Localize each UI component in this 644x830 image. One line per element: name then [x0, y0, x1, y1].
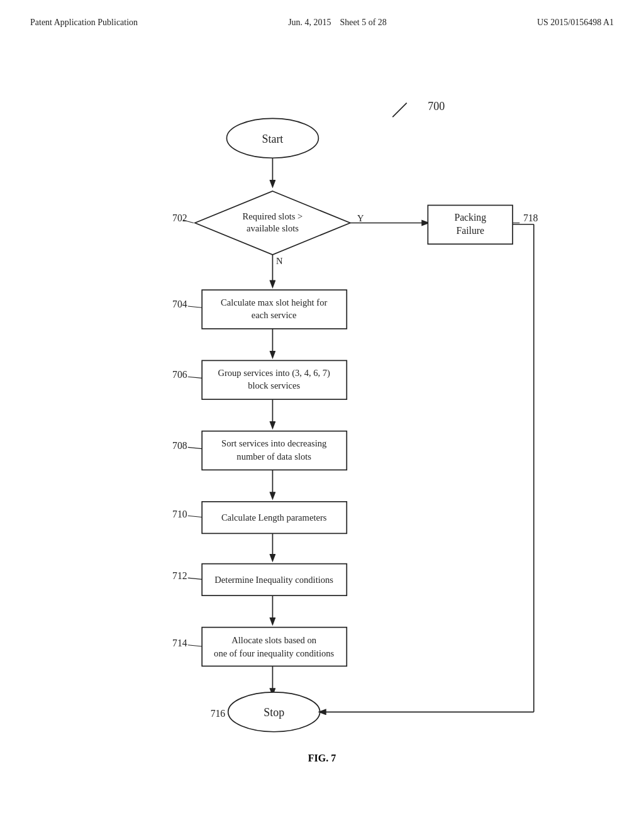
header-right: US 2015/0156498 A1	[537, 18, 614, 28]
svg-text:Failure: Failure	[456, 225, 484, 236]
svg-line-38	[188, 516, 202, 517]
svg-text:706: 706	[172, 369, 187, 380]
svg-line-20	[188, 306, 202, 307]
page-header: Patent Application Publication Jun. 4, 2…	[0, 0, 644, 28]
svg-text:Start: Start	[262, 133, 283, 145]
svg-text:Allocate slots based on: Allocate slots based on	[231, 635, 317, 645]
svg-line-43	[188, 578, 202, 579]
svg-text:704: 704	[172, 299, 187, 309]
fig-caption: FIG. 7	[0, 753, 644, 764]
svg-text:Stop: Stop	[264, 706, 284, 719]
svg-text:710: 710	[172, 509, 187, 519]
svg-rect-21	[202, 290, 347, 329]
svg-line-32	[188, 447, 202, 448]
svg-text:N: N	[276, 256, 283, 266]
svg-text:block services: block services	[248, 380, 300, 390]
svg-text:Calculate Length parameters: Calculate Length parameters	[221, 512, 327, 523]
svg-text:700: 700	[428, 100, 445, 113]
svg-text:Sort services into decreasing: Sort services into decreasing	[221, 438, 327, 448]
svg-text:Group services into (3, 4, 6, : Group services into (3, 4, 6, 7)	[218, 368, 330, 379]
svg-text:Y: Y	[357, 213, 364, 223]
header-center: Jun. 4, 2015 Sheet 5 of 28	[288, 18, 387, 28]
svg-text:Determine Inequality condition: Determine Inequality conditions	[214, 575, 333, 585]
svg-line-48	[188, 645, 202, 646]
svg-rect-12	[428, 205, 513, 244]
svg-rect-33	[202, 431, 347, 470]
svg-text:718: 718	[523, 213, 538, 223]
svg-line-1	[392, 103, 406, 117]
svg-line-26	[188, 377, 202, 378]
diagram-area: 700 Start Required slots > available slo…	[0, 82, 644, 773]
svg-text:708: 708	[172, 440, 187, 451]
svg-text:Packing: Packing	[454, 212, 486, 223]
svg-text:available slots: available slots	[247, 223, 299, 233]
svg-text:714: 714	[172, 638, 187, 648]
svg-text:716: 716	[211, 708, 226, 719]
header-sheet: Sheet 5 of 28	[340, 18, 387, 27]
svg-text:one of four inequality conditi: one of four inequality conditions	[214, 648, 334, 658]
svg-text:702: 702	[172, 213, 187, 223]
svg-text:number of data slots: number of data slots	[236, 451, 311, 462]
svg-text:Calculate max slot height for: Calculate max slot height for	[221, 297, 327, 307]
svg-text:Required slots >: Required slots >	[243, 211, 303, 221]
header-date: Jun. 4, 2015	[288, 18, 331, 27]
svg-text:712: 712	[172, 570, 187, 581]
svg-text:each service: each service	[252, 310, 297, 320]
svg-rect-27	[202, 360, 347, 399]
header-left: Patent Application Publication	[30, 18, 138, 28]
svg-rect-49	[202, 628, 347, 667]
